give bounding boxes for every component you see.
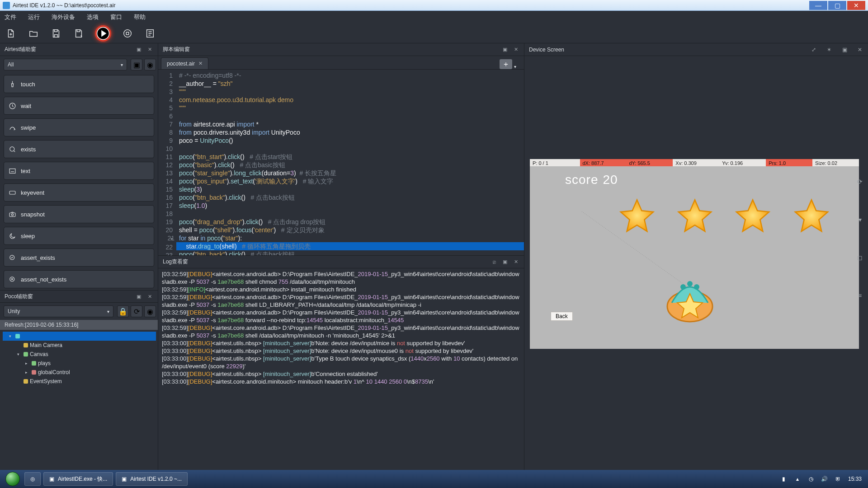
taskbar-pinned-ie[interactable]: ◎ xyxy=(24,472,41,486)
panel-close-button[interactable]: ✕ xyxy=(146,46,153,53)
device-down-button[interactable]: ▾ xyxy=(855,215,864,224)
svg-rect-7 xyxy=(9,191,15,194)
menu-run[interactable]: 运行 xyxy=(28,13,40,21)
tree-node[interactable]: EventSystem xyxy=(3,377,156,386)
device-menu-button[interactable]: ≡ xyxy=(855,291,864,300)
action-keyevent[interactable]: keyevent xyxy=(4,183,154,202)
panel-close-button[interactable]: ✕ xyxy=(856,46,863,53)
poco-hierarchy-tree[interactable]: ▾Main Camera▾Canvas▸plays▸globalControlE… xyxy=(0,330,158,470)
start-button[interactable] xyxy=(4,470,22,488)
tray-shield-icon[interactable]: ⛨ xyxy=(835,475,842,483)
game-star[interactable] xyxy=(675,198,714,237)
action-wait[interactable]: wait xyxy=(4,97,154,115)
airtest-camera-button[interactable]: ▣ xyxy=(131,59,142,70)
windows-taskbar[interactable]: ◎ ▣AirtestIDE.exe - 快... ▣Airtest IDE v1… xyxy=(0,470,868,488)
panel-close-button[interactable]: ✕ xyxy=(512,46,519,53)
game-back-button[interactable]: Back xyxy=(551,312,573,321)
airtest-action-list: touch wait swipe exists text keyevent sn… xyxy=(0,73,158,290)
poco-helper-header: Poco辅助窗 ▣ ✕ xyxy=(0,290,158,303)
panel-dock-button[interactable]: ▣ xyxy=(135,293,142,300)
tree-node[interactable]: Main Camera xyxy=(3,341,156,350)
window-titlebar: Airtest IDE v1.2.0 ~~ D:\airtest\pocotes… xyxy=(0,0,868,11)
panel-dock-button[interactable]: ▣ xyxy=(501,46,509,53)
close-icon[interactable]: ✕ xyxy=(198,61,203,66)
airtest-record-button[interactable]: ◉ xyxy=(144,59,156,70)
save-button[interactable] xyxy=(50,27,62,40)
score-display: score20 xyxy=(565,173,618,187)
panel-close-button[interactable]: ✕ xyxy=(512,258,519,266)
airtest-filter-combo[interactable]: All ▾ xyxy=(4,59,127,70)
menu-file[interactable]: 文件 xyxy=(5,13,16,21)
device-home-button[interactable]: ◻ xyxy=(855,253,864,262)
taskbar-item[interactable]: ▣AirtestIDE.exe - 快... xyxy=(43,472,113,486)
menubar: 文件 运行 海外设备 选项 窗口 帮助 xyxy=(0,11,868,23)
menu-overseas[interactable]: 海外设备 xyxy=(52,13,75,21)
taskbar-item[interactable]: ▣Airtest IDE v1.2.0 ~... xyxy=(116,472,188,486)
new-file-button[interactable] xyxy=(5,27,17,40)
window-maximize-button[interactable]: ▢ xyxy=(828,1,846,10)
poco-refresh-button[interactable]: ⟳ xyxy=(131,305,142,317)
script-editor-title: 脚本编辑窗 xyxy=(163,46,190,53)
device-rotate-button[interactable]: ⟳ xyxy=(855,177,864,186)
tray-network-icon[interactable]: ◷ xyxy=(807,475,815,483)
editor-tab[interactable]: pocotest.air ✕ xyxy=(161,57,208,69)
tray-volume-icon[interactable]: 🔊 xyxy=(821,475,828,483)
tray-battery-icon[interactable]: ▮ xyxy=(780,475,788,483)
action-snapshot[interactable]: snapshot xyxy=(4,205,154,223)
system-tray[interactable]: ▮ ▴ ◷ 🔊 ⛨ 15:33 xyxy=(780,475,864,483)
stop-script-button[interactable] xyxy=(121,27,134,40)
tree-node[interactable]: ▸globalControl xyxy=(3,368,156,377)
poco-refresh-timestamp: Refresh:[2019-02-06 15:33:16] xyxy=(0,320,158,330)
editor-tab-label: pocotest.air xyxy=(167,61,195,67)
editor-tabbar: pocotest.air ✕ ＋ ▾ xyxy=(158,56,524,70)
tree-node[interactable]: ▾Canvas xyxy=(3,350,156,359)
game-shell[interactable] xyxy=(663,271,717,325)
add-tab-button[interactable]: ＋ xyxy=(500,59,512,69)
menu-window[interactable]: 窗口 xyxy=(110,13,122,21)
game-star[interactable] xyxy=(618,198,656,237)
menu-help[interactable]: 帮助 xyxy=(134,13,146,21)
main-toolbar xyxy=(0,23,868,43)
poco-mode-combo[interactable]: Unity ▾ xyxy=(4,305,113,317)
action-swipe[interactable]: swipe xyxy=(4,118,154,136)
chevron-down-icon[interactable]: ▾ xyxy=(514,64,521,69)
save-as-button[interactable] xyxy=(72,27,85,40)
device-viewport[interactable]: P: 0 / 1 dX: 887.7 dY: 565.5 Xv: 0.309 Y… xyxy=(524,56,868,470)
device-phone-screen[interactable]: score20 Back xyxy=(530,166,859,349)
view-report-button[interactable] xyxy=(144,27,156,40)
svg-point-16 xyxy=(694,284,699,290)
tray-clock[interactable]: 15:33 xyxy=(848,476,862,482)
action-text[interactable]: text xyxy=(4,162,154,180)
window-minimize-button[interactable]: — xyxy=(809,1,827,10)
action-assert-not-exists[interactable]: assert_not_exists xyxy=(4,270,154,288)
tree-node[interactable]: ▸plays xyxy=(3,359,156,368)
poco-mode-value: Unity xyxy=(8,308,20,314)
tray-chevron-icon[interactable]: ▴ xyxy=(794,475,801,483)
action-exists[interactable]: exists xyxy=(4,140,154,158)
airtest-filter-value: All xyxy=(8,61,14,68)
device-tools-button[interactable]: ✶ xyxy=(826,46,833,53)
action-sleep[interactable]: sleep xyxy=(4,227,154,245)
game-star[interactable] xyxy=(792,198,831,237)
open-folder-button[interactable] xyxy=(27,27,40,40)
game-star[interactable] xyxy=(733,198,772,237)
log-output[interactable]: [03:32:59][DEBUG]<airtest.core.android.a… xyxy=(158,268,524,470)
panel-dock-button[interactable]: ▣ xyxy=(841,46,848,53)
menu-options[interactable]: 选项 xyxy=(87,13,99,21)
panel-dock-button[interactable]: ▣ xyxy=(501,258,509,266)
svg-point-1 xyxy=(124,29,132,37)
log-filter-button[interactable]: ⎚ xyxy=(491,258,498,266)
log-viewer-title: Log查看窗 xyxy=(163,258,188,266)
device-fit-button[interactable]: ⤢ xyxy=(810,46,817,53)
action-assert-exists[interactable]: assert_exists xyxy=(4,249,154,267)
panel-close-button[interactable]: ✕ xyxy=(146,293,153,300)
poco-lock-button[interactable]: 🔒 xyxy=(117,305,129,317)
window-close-button[interactable]: ✕ xyxy=(847,1,865,10)
tree-node[interactable]: ▾ xyxy=(3,332,156,341)
action-touch[interactable]: touch xyxy=(4,75,154,93)
run-script-button[interactable] xyxy=(95,25,111,42)
panel-dock-button[interactable]: ▣ xyxy=(135,46,142,53)
device-side-toolbar: ⟳ ▾ ◻ ≡ xyxy=(855,177,864,300)
code-editor[interactable]: 123456789101112131415161718192021▾222324… xyxy=(158,70,524,255)
poco-record-button[interactable]: ◉ xyxy=(144,305,156,317)
